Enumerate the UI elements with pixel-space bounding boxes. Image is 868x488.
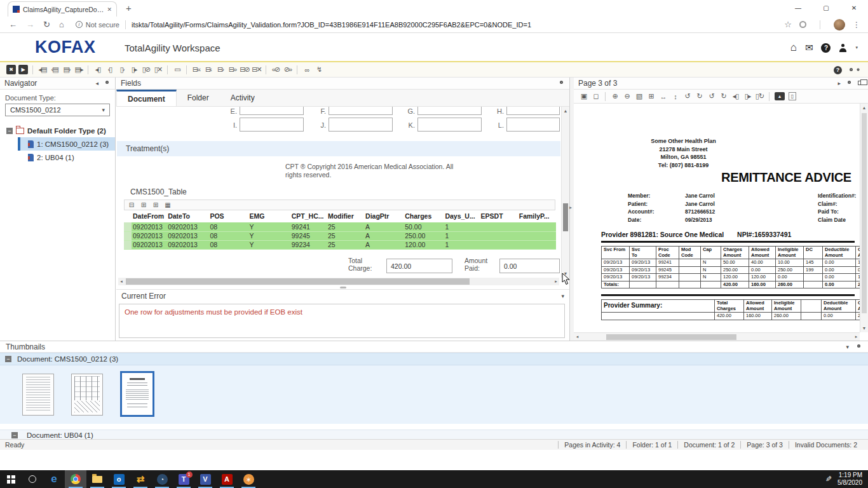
scrollbar-thumb[interactable] — [563, 203, 568, 231]
page-delete-icon[interactable]: ▯✕ — [152, 65, 164, 74]
media-app-icon[interactable]: ◔ — [151, 470, 173, 488]
browser-profile-avatar[interactable] — [834, 19, 845, 30]
scrollbar-thumb[interactable] — [126, 278, 470, 285]
workspace-home-icon[interactable]: ⌂ — [790, 41, 797, 54]
window-maximize-button[interactable]: ▢ — [812, 0, 840, 16]
field-f-input[interactable] — [329, 107, 393, 115]
file-explorer-icon[interactable] — [86, 470, 108, 488]
back-icon[interactable]: ← — [9, 20, 17, 29]
fit-page-icon[interactable]: ⊞ — [645, 92, 657, 100]
cms1500-table[interactable]: DateFromDateToPOSEMGCPT_HC...ModifierDia… — [124, 211, 556, 250]
table-row[interactable]: 09/20/1309/20/1399234N120.00120.000.000.… — [602, 274, 860, 281]
rotate-all-icon[interactable]: ▯↻ — [754, 92, 766, 100]
field-e-input[interactable] — [240, 107, 304, 115]
collapse-node-icon[interactable]: − — [6, 128, 13, 134]
tab-close-icon[interactable]: ✕ — [107, 6, 112, 13]
page-next-icon[interactable]: ▯› — [116, 65, 128, 74]
tab-folder[interactable]: Folder — [177, 90, 220, 106]
table-row[interactable]: 09/20/1309/20/1399245N250.000.00250.0019… — [602, 266, 860, 274]
page-reject-icon[interactable]: ▯⊘ — [140, 65, 152, 74]
url-text[interactable]: itskta/TotalAgility/Forms/ClaimsAgility_… — [132, 21, 779, 29]
field-j-input[interactable] — [329, 118, 393, 132]
review-icon[interactable]: ∞ — [301, 66, 313, 74]
field-next-invalid-icon[interactable]: ⊟› — [214, 65, 226, 74]
thumbnail-group-ub04[interactable]: − Document: UB04 (1) — [0, 430, 868, 440]
table-row[interactable]: 09/20/1309/20/1399241N50.0040.0010.00145… — [602, 259, 860, 267]
reject-activity-icon[interactable]: ✖ — [6, 65, 16, 74]
row-insert-above-icon[interactable]: ⊞ — [140, 201, 147, 208]
complete-activity-icon[interactable]: ▶ — [18, 65, 28, 74]
field-k-input[interactable] — [417, 118, 482, 132]
taskbar-clock[interactable]: 1:19 PM 5/8/2020 — [837, 471, 865, 487]
outlook-icon[interactable]: o — [108, 470, 130, 488]
page-prev-icon[interactable]: ‹▯ — [104, 65, 116, 74]
skip-backward-icon[interactable]: «⊘ — [269, 65, 281, 74]
thumbnail-group-cms1500[interactable]: − Document: CMS1500_0212 (3) — [0, 353, 868, 365]
treatments-section-header[interactable]: Treatment(s) — [117, 141, 560, 156]
browser-menu-icon[interactable]: ⋮ — [853, 20, 860, 29]
asterisk-app-icon[interactable]: ∗ — [238, 470, 259, 488]
image-view-icon[interactable]: ▴ — [775, 92, 785, 100]
expand-panel-icon[interactable]: ▸ — [837, 80, 841, 86]
current-error-header[interactable]: Current Error ▾ — [116, 289, 569, 302]
field-h-input[interactable] — [506, 107, 560, 115]
user-profile-icon[interactable] — [839, 44, 847, 52]
fields-horizontal-scrollbar[interactable]: ◂ ▸ — [118, 278, 559, 285]
tree-item-ub04[interactable]: 2: UB04 (1) — [0, 151, 115, 164]
scrollbar-thumb[interactable] — [606, 334, 736, 340]
bookmark-star-icon[interactable]: ☆ — [784, 20, 792, 29]
fields-vertical-scrollbar[interactable]: ▲ ▼ — [561, 107, 569, 278]
scroll-down-icon[interactable]: ▼ — [860, 324, 868, 332]
tree-item-folder[interactable]: − Default Folder Type (2) — [0, 124, 115, 137]
splitter-arrow-icon[interactable]: ▸ — [569, 205, 572, 210]
page-last-icon[interactable]: ▯▸ — [128, 65, 140, 74]
security-label[interactable]: Not secure — [86, 21, 119, 29]
collapse-group-icon[interactable]: − — [5, 356, 11, 362]
table-row[interactable]: 092020130920201308Y9924525A250.001 — [124, 231, 556, 240]
chrome-icon[interactable] — [65, 470, 86, 488]
fields-gear-icon[interactable] — [558, 79, 565, 88]
teams-icon[interactable]: T1 — [173, 470, 194, 488]
field-reject-icon[interactable]: ⊟⊘ — [238, 65, 250, 74]
table-settings-icon[interactable]: ▦ — [164, 201, 172, 208]
toolbar-help-icon[interactable]: ? — [834, 66, 842, 74]
page-view-icon[interactable]: ▯ — [789, 92, 796, 100]
amount-paid-input[interactable]: 0.00 — [499, 259, 560, 273]
row-delete-icon[interactable]: ⊟ — [128, 201, 135, 208]
splitter-handle[interactable] — [340, 287, 346, 288]
collapse-panel-icon[interactable]: ◂ — [95, 80, 98, 86]
folder-first-icon[interactable]: ◂▤ — [36, 65, 48, 74]
scroll-left-icon[interactable]: ◂ — [574, 334, 581, 339]
rotate-page-left-icon[interactable]: ◂▯ — [729, 92, 742, 100]
table-row[interactable]: Totals:420.00160.00260.000.0020.00 — [602, 281, 860, 288]
field-g-input[interactable] — [417, 107, 482, 115]
field-prev-invalid-icon[interactable]: ⊟‹ — [202, 65, 214, 74]
annotation-icon[interactable]: ▣ — [578, 92, 590, 100]
zoom-in-icon[interactable]: ⊕ — [609, 92, 621, 100]
total-charge-input[interactable]: 420.00 — [386, 259, 452, 273]
refresh-icon[interactable]: ↻ — [717, 92, 729, 100]
tree-item-cms1500[interactable]: 1: CMS1500_0212 (3) — [0, 137, 115, 151]
marquee-zoom-icon[interactable]: ▧ — [633, 92, 645, 100]
field-last-invalid-icon[interactable]: ⊟» — [226, 65, 238, 74]
site-info-icon[interactable]: i — [76, 21, 83, 28]
field-clear-icon[interactable]: ⊟✕ — [250, 65, 262, 74]
row-insert-below-icon[interactable]: ⊞ — [152, 201, 159, 208]
tab-activity[interactable]: Activity — [220, 90, 266, 106]
comment-icon[interactable]: ◻ — [590, 92, 602, 100]
start-button[interactable] — [0, 470, 22, 488]
force-complete-icon[interactable]: ↯ — [313, 65, 325, 74]
field-first-invalid-icon[interactable]: ⊟« — [190, 65, 202, 74]
thumbnail-page-2[interactable] — [71, 374, 103, 416]
scroll-up-icon[interactable]: ▲ — [562, 107, 569, 115]
collapse-group-icon[interactable]: − — [11, 432, 18, 438]
table-row[interactable]: 092020130920201308Y9924125A50.001 — [124, 222, 556, 231]
browser-tab[interactable]: ClaimsAgility_CaptureDocuments ✕ — [8, 1, 117, 17]
viewer-gear-icon[interactable] — [846, 79, 853, 88]
chevron-down-icon[interactable]: ▾ — [561, 293, 564, 299]
new-tab-button[interactable]: + — [126, 3, 132, 13]
folder-last-icon[interactable]: ▤▸ — [72, 65, 85, 74]
reload-icon[interactable]: ↻ — [43, 20, 50, 29]
navigator-gear-icon[interactable] — [104, 79, 111, 88]
rotate-180-icon[interactable]: ↺ — [705, 92, 717, 100]
